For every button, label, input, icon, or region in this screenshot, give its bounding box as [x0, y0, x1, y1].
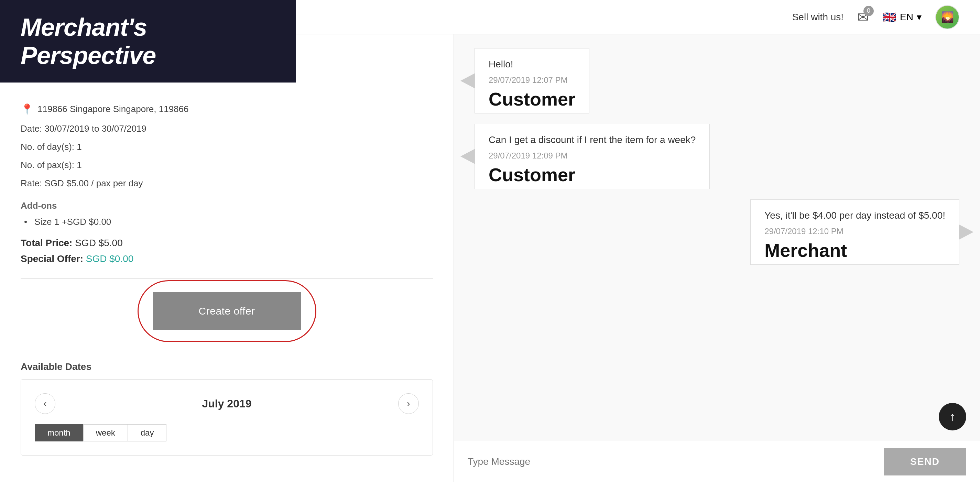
flag-icon: 🇬🇧	[883, 11, 896, 24]
lang-label: EN	[900, 12, 913, 23]
view-week-button[interactable]: week	[83, 424, 128, 441]
days-row: No. of day(s): 1	[21, 140, 433, 154]
date-row: Date: 30/07/2019 to 30/07/2019	[21, 122, 433, 135]
message-1-sender: Customer	[488, 88, 575, 113]
message-2-time: 29/07/2019 12:09 PM	[488, 151, 696, 161]
merchant-perspective-banner: Merchant's Perspective	[0, 0, 296, 83]
message-3-sender: Merchant	[764, 240, 945, 264]
pax-row: No. of pax(s): 1	[21, 159, 433, 172]
create-offer-button[interactable]: Create offer	[153, 292, 301, 330]
calendar-container: ‹ July 2019 › month week day	[21, 379, 433, 455]
message-2-sender: Customer	[488, 164, 696, 189]
special-offer-label: Special Offer:	[21, 253, 83, 264]
sell-link[interactable]: Sell with us!	[792, 12, 843, 23]
calendar-view-buttons: month week day	[35, 424, 419, 441]
view-month-button[interactable]: month	[35, 424, 83, 441]
scroll-to-top-button[interactable]: ↑	[939, 403, 966, 430]
notification-badge: 0	[864, 6, 874, 16]
create-offer-wrap: Create offer	[21, 292, 433, 330]
location-text: 119866 Singapore Singapore, 119866	[38, 104, 189, 115]
avatar[interactable]: 🌄	[935, 5, 959, 29]
date-value: 30/07/2019 to 30/07/2019	[45, 123, 146, 134]
location-row: 📍 119866 Singapore Singapore, 119866	[21, 103, 433, 115]
available-dates-label: Available Dates	[21, 361, 433, 372]
calendar-next-button[interactable]: ›	[398, 393, 419, 414]
total-price-amount: SGD $5.00	[75, 237, 123, 248]
chat-messages: Hello! 29/07/2019 12:07 PM Customer Can …	[454, 34, 980, 441]
chevron-down-icon: ▾	[917, 11, 921, 23]
message-1-text: Hello!	[488, 59, 575, 70]
message-2: Can I get a discount if I rent the item …	[474, 124, 710, 189]
special-offer-amount: SGD $0.00	[86, 253, 134, 264]
total-price-label: Total Price:	[21, 237, 72, 248]
addons-label: Add-ons	[21, 200, 433, 211]
price-section: Total Price: SGD $5.00 Special Offer: SG…	[21, 237, 433, 264]
divider	[21, 278, 433, 278]
chat-input-area: SEND	[454, 441, 980, 482]
message-3-time: 29/07/2019 12:10 PM	[764, 227, 945, 236]
message-1: Hello! 29/07/2019 12:07 PM Customer	[474, 48, 589, 113]
message-2-text: Can I get a discount if I rent the item …	[488, 134, 696, 145]
rate-row: Rate: SGD $5.00 / pax per day	[21, 177, 433, 190]
date-label: Date:	[21, 123, 42, 134]
rate-value-text: SGD $5.00 / pax per day	[45, 178, 143, 188]
days-label: No. of day(s):	[21, 142, 74, 152]
calendar-header: ‹ July 2019 ›	[35, 393, 419, 414]
addon-item: Size 1 +SGD $0.00	[21, 216, 433, 227]
chat-panel: Hello! 29/07/2019 12:07 PM Customer Can …	[454, 34, 980, 482]
calendar-prev-button[interactable]: ‹	[35, 393, 56, 414]
message-3: Yes, it'll be $4.00 per day instead of $…	[750, 199, 959, 265]
mail-icon-wrap: ✉ 0	[857, 9, 869, 25]
divider-2	[21, 344, 433, 344]
location-icon: 📍	[21, 103, 33, 115]
message-3-text: Yes, it'll be $4.00 per day instead of $…	[764, 210, 945, 221]
special-offer-row: Special Offer: SGD $0.00	[21, 253, 433, 264]
banner-title: Merchant's Perspective	[21, 13, 275, 70]
left-panel: 📍 119866 Singapore Singapore, 119866 Dat…	[0, 34, 454, 482]
pax-value-num: 1	[77, 160, 81, 170]
pax-label: No. of pax(s):	[21, 160, 74, 170]
chat-input[interactable]	[468, 456, 877, 467]
send-button[interactable]: SEND	[884, 448, 966, 476]
available-dates-section: Available Dates ‹ July 2019 › month week…	[21, 361, 433, 455]
language-selector[interactable]: 🇬🇧 EN ▾	[883, 11, 921, 24]
message-1-time: 29/07/2019 12:07 PM	[488, 75, 575, 85]
days-value-num: 1	[77, 142, 81, 152]
rate-label: Rate:	[21, 178, 42, 188]
view-day-button[interactable]: day	[128, 424, 167, 441]
booking-info-section: 📍 119866 Singapore Singapore, 119866 Dat…	[21, 103, 433, 455]
header-actions: Sell with us! ✉ 0 🇬🇧 EN ▾ 🌄	[792, 5, 959, 29]
total-price-row: Total Price: SGD $5.00	[21, 237, 433, 248]
calendar-month-title: July 2019	[202, 398, 251, 410]
